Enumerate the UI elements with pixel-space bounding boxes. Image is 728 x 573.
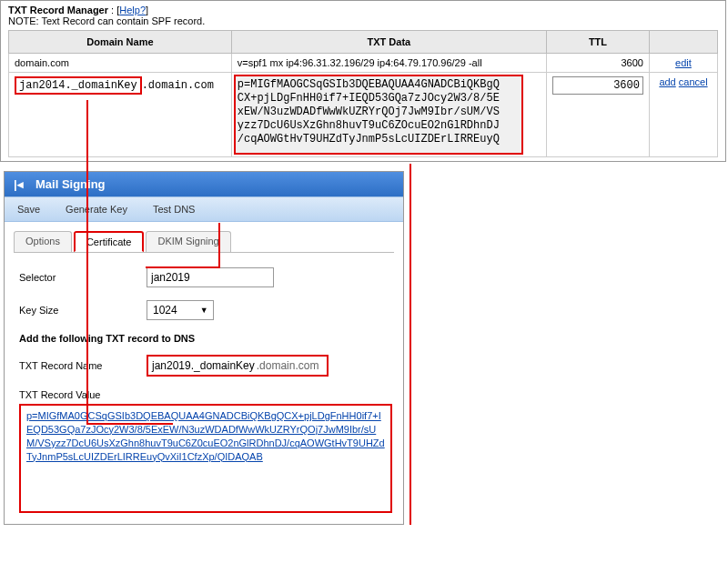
txt-data-textarea[interactable]: p=MIGfMAOGCSqGSIb3DQEBAQUAA4GNADCBiQKBgQ… xyxy=(234,75,523,155)
add-link[interactable]: add xyxy=(659,76,675,87)
cell-txtdata-editable: p=MIGfMAOGCSqGSIb3DQEBAQUAA4GNADCBiQKBgQ… xyxy=(231,73,546,157)
cancel-link[interactable]: cancel xyxy=(679,76,708,87)
test-dns-button[interactable]: Test DNS xyxy=(140,197,207,221)
window-titlebar: |◂ Mail Signing xyxy=(5,172,403,196)
annotation-line xyxy=(86,100,88,423)
window-title: Mail Signing xyxy=(35,177,106,191)
txt-record-name-label: TXT Record Name xyxy=(19,360,147,371)
cell-domain: domain.com xyxy=(9,54,232,73)
annotation-line xyxy=(410,164,411,525)
tab-options[interactable]: Options xyxy=(14,231,72,252)
annotation-line xyxy=(146,266,218,268)
col-txtdata: TXT Data xyxy=(231,31,546,54)
table-row: domain.com v=spf1 mx ip4:96.31.32.196/29… xyxy=(9,54,718,73)
txt-records-table: Domain Name TXT Data TTL domain.com v=sp… xyxy=(8,30,718,157)
panel-title: TXT Record Manager xyxy=(8,5,108,15)
chevron-down-icon: ▼ xyxy=(196,306,213,315)
ttl-input[interactable] xyxy=(552,76,643,95)
cell-ttl-editable xyxy=(546,73,649,157)
col-ttl: TTL xyxy=(546,31,649,54)
help-link[interactable]: Help? xyxy=(119,5,146,15)
key-size-select[interactable]: 1024▼ xyxy=(147,300,214,320)
save-button[interactable]: Save xyxy=(5,197,53,221)
cell-domain-editable: jan2014._domainKey.domain.com xyxy=(9,73,232,157)
selector-label: Selector xyxy=(19,272,147,283)
cell-ttl: 3600 xyxy=(546,54,649,73)
txt-record-value-label: TXT Record Value xyxy=(19,389,392,400)
col-domain: Domain Name xyxy=(9,31,232,54)
txt-record-name-value[interactable]: jan2019._domainKey.domain.com xyxy=(147,355,329,377)
edit-link[interactable]: edit xyxy=(675,57,692,68)
key-size-label: Key Size xyxy=(19,305,147,316)
domain-prefix-input[interactable]: jan2014._domainKey xyxy=(15,76,142,95)
generate-key-button[interactable]: Generate Key xyxy=(53,197,140,221)
annotation-line xyxy=(218,223,220,268)
cell-txtdata: v=spf1 mx ip4:96.31.32.196/29 ip4:64.79.… xyxy=(231,54,546,73)
table-row: jan2014._domainKey.domain.com p=MIGfMAOG… xyxy=(9,73,718,157)
col-actions xyxy=(649,31,717,54)
back-icon[interactable]: |◂ xyxy=(14,177,26,191)
dns-section-heading: Add the following TXT record to DNS xyxy=(19,333,392,344)
tab-certificate[interactable]: Certificate xyxy=(74,231,145,252)
window-toolbar: Save Generate Key Test DNS xyxy=(5,196,403,222)
annotation-line xyxy=(86,423,173,425)
panel-note: NOTE: Text Record can contain SPF record… xyxy=(8,15,718,26)
tabs: Options Certificate DKIM Signing xyxy=(14,231,394,253)
mail-signing-window: |◂ Mail Signing Save Generate Key Test D… xyxy=(4,171,404,525)
txt-record-value-box[interactable]: p=MIGfMA0GCSqGSIb3DQEBAQUAA4GNADCBiQKBgQ… xyxy=(19,404,392,513)
selector-input[interactable] xyxy=(147,267,274,287)
